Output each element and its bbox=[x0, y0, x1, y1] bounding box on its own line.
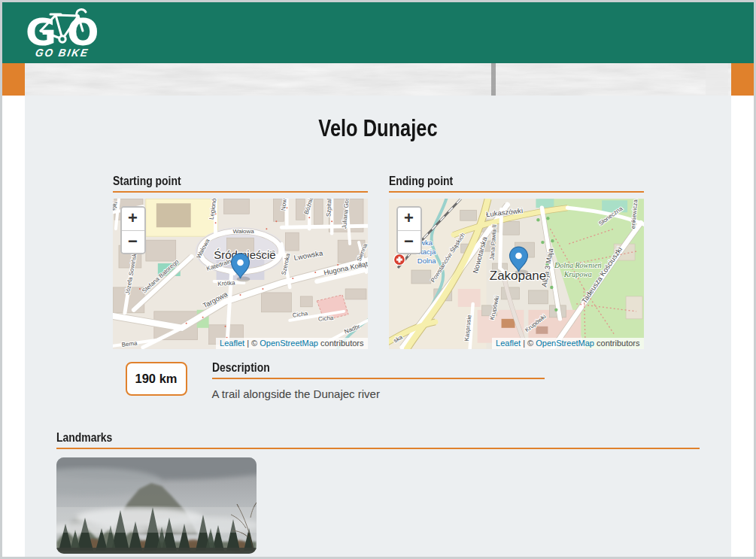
osm-link[interactable]: OpenStreetMap bbox=[260, 339, 318, 348]
description-heading: Description bbox=[212, 360, 545, 379]
end-map[interactable]: Łukaszówki Nowotarska Powstańców Śląskic… bbox=[389, 199, 644, 349]
hero-road-texture-image bbox=[25, 63, 731, 96]
start-map-tiles: Wałowa Wałowa Legionów Nowa Bóźnic Szpit… bbox=[113, 199, 368, 349]
mountain-forest-photo bbox=[56, 457, 257, 554]
park-label: Krupowa bbox=[563, 270, 591, 278]
route-maps-row: Starting point bbox=[113, 174, 644, 349]
station-label: Dolna bbox=[417, 257, 436, 265]
zoom-in-button[interactable]: + bbox=[122, 208, 144, 230]
leaflet-link[interactable]: Leaflet bbox=[220, 339, 244, 348]
street-label: Nowa bbox=[280, 199, 288, 211]
map-zoom-control: + − bbox=[396, 206, 422, 254]
description-section: Description A trail alongside the Dunaje… bbox=[212, 360, 545, 400]
start-map[interactable]: Wałowa Wałowa Legionów Nowa Bóźnic Szpit… bbox=[113, 199, 368, 349]
zoom-in-button[interactable]: + bbox=[398, 208, 421, 230]
landmarks-heading: Landmarks bbox=[56, 430, 700, 449]
page-title: Velo Dunajec bbox=[25, 96, 731, 151]
landmarks-section: Landmarks bbox=[56, 430, 700, 554]
hero-accent-left bbox=[2, 63, 25, 96]
map-attribution: Leaflet | © OpenStreetMap contributors bbox=[216, 338, 367, 349]
park-label: Dolna Równień bbox=[554, 261, 601, 269]
landmark-photo bbox=[56, 457, 257, 554]
brand-logo[interactable]: G O GO BIKE bbox=[25, 7, 100, 59]
header: G O GO BIKE bbox=[2, 2, 754, 63]
hero-accent-right bbox=[731, 63, 754, 96]
route-detail-row: 190 km Description A trail alongside the… bbox=[113, 360, 644, 400]
brand-wordmark: GO BIKE bbox=[35, 47, 90, 59]
ending-point-heading: Ending point bbox=[389, 174, 644, 193]
description-text: A trail alongside the Dunajec river bbox=[212, 387, 545, 400]
ending-point-section: Ending point bbox=[389, 174, 644, 349]
end-map-tiles: Łukaszówki Nowotarska Powstańców Śląskic… bbox=[389, 199, 644, 349]
app-window: G O GO BIKE bbox=[0, 0, 756, 559]
starting-point-section: Starting point bbox=[113, 174, 368, 349]
street-label: Wałowa bbox=[232, 228, 254, 235]
leaflet-link[interactable]: Leaflet bbox=[496, 339, 521, 348]
street-label: Szpitalna bbox=[325, 199, 333, 217]
starting-point-heading: Starting point bbox=[113, 174, 368, 193]
map-attribution: Leaflet | © OpenStreetMap contributors bbox=[492, 338, 643, 349]
street-label: Krótka bbox=[217, 279, 235, 287]
map-zoom-control: + − bbox=[120, 206, 146, 254]
osm-link[interactable]: OpenStreetMap bbox=[536, 339, 594, 348]
hospital-icon bbox=[393, 254, 405, 266]
zoom-out-button[interactable]: − bbox=[398, 230, 421, 253]
zoom-out-button[interactable]: − bbox=[122, 230, 144, 253]
hero-strip bbox=[2, 63, 754, 96]
route-page: Velo Dunajec Starting point bbox=[25, 96, 731, 557]
distance-badge: 190 km bbox=[126, 362, 187, 396]
bike-logo-icon: G O bbox=[26, 7, 99, 49]
